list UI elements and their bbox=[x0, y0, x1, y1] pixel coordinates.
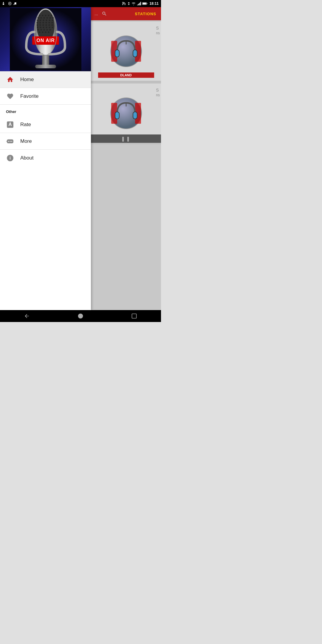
svg-point-45 bbox=[42, 24, 44, 26]
svg-point-21 bbox=[42, 15, 43, 16]
right-panel: ... STATIONS bbox=[91, 7, 161, 310]
menu-item-rate[interactable]: Rate bbox=[0, 116, 91, 133]
svg-point-53 bbox=[49, 27, 50, 28]
svg-point-20 bbox=[39, 15, 40, 16]
more-icon-container bbox=[6, 137, 14, 145]
svg-point-42 bbox=[51, 22, 53, 23]
svg-point-31 bbox=[37, 19, 38, 21]
svg-point-30 bbox=[52, 17, 54, 18]
clock: 18:11 bbox=[149, 1, 159, 6]
svg-point-59 bbox=[49, 29, 51, 30]
svg-rect-14 bbox=[143, 3, 146, 4]
svg-point-56 bbox=[40, 29, 42, 30]
pause-icon: ❚❚ bbox=[121, 136, 131, 142]
bottom-navigation bbox=[0, 310, 161, 322]
station-card-2[interactable]: DLAND Sns ❚❚ bbox=[91, 83, 161, 143]
svg-point-43 bbox=[36, 24, 38, 26]
back-icon bbox=[24, 313, 30, 319]
svg-rect-16 bbox=[42, 54, 49, 66]
station-logo-1 bbox=[110, 35, 143, 68]
svg-point-25 bbox=[37, 17, 39, 18]
svg-point-28 bbox=[46, 17, 48, 18]
svg-point-62 bbox=[45, 31, 46, 33]
svg-point-40 bbox=[45, 22, 47, 23]
station-card-1[interactable]: DLAND Sns bbox=[91, 21, 161, 81]
svg-point-52 bbox=[46, 27, 47, 28]
info-icon: i bbox=[6, 154, 14, 162]
recents-button[interactable] bbox=[130, 312, 139, 321]
station-text-1: Sns bbox=[155, 24, 161, 36]
data-icon bbox=[127, 1, 130, 6]
svg-rect-7 bbox=[122, 4, 124, 4]
rate-icon bbox=[6, 121, 14, 129]
navigation-drawer: ON AIR Home bbox=[0, 7, 91, 310]
person-icon bbox=[2, 1, 7, 6]
svg-point-50 bbox=[40, 27, 41, 28]
about-label: About bbox=[20, 155, 33, 161]
svg-rect-87 bbox=[133, 112, 137, 119]
home-icon bbox=[7, 76, 14, 83]
svg-point-23 bbox=[48, 15, 49, 16]
station-logo-2 bbox=[110, 97, 143, 130]
cast-icon bbox=[122, 1, 126, 6]
svg-rect-80 bbox=[115, 50, 119, 57]
wifi-icon bbox=[131, 1, 136, 6]
station-text-2: Sns bbox=[155, 86, 161, 98]
main-wrapper: ON AIR Home bbox=[0, 7, 161, 310]
camera-icon bbox=[8, 1, 12, 6]
stations-title: STATIONS bbox=[111, 12, 157, 16]
svg-point-44 bbox=[39, 24, 41, 26]
favorite-icon-container bbox=[6, 92, 14, 100]
svg-point-61 bbox=[42, 31, 43, 33]
svg-point-33 bbox=[43, 19, 44, 21]
svg-point-24 bbox=[51, 15, 52, 16]
search-icon[interactable] bbox=[102, 11, 107, 16]
status-bar: 18:11 bbox=[0, 0, 161, 7]
svg-rect-81 bbox=[133, 50, 137, 57]
status-icons-right: 18:11 bbox=[122, 1, 159, 6]
svg-point-49 bbox=[37, 27, 38, 28]
more-icon bbox=[6, 137, 14, 145]
right-header: ... STATIONS bbox=[91, 7, 161, 20]
header-dots: ... bbox=[95, 11, 98, 16]
svg-point-34 bbox=[46, 19, 47, 21]
svg-point-37 bbox=[36, 22, 38, 23]
svg-point-5 bbox=[16, 4, 16, 5]
rate-label: Rate bbox=[20, 122, 31, 128]
other-section-header: Other bbox=[0, 105, 91, 116]
back-button[interactable] bbox=[22, 312, 31, 321]
menu-item-about[interactable]: i About bbox=[0, 150, 91, 166]
svg-point-89 bbox=[78, 314, 83, 319]
right-empty-space bbox=[91, 144, 161, 310]
svg-point-60 bbox=[39, 31, 40, 33]
svg-rect-8 bbox=[137, 5, 138, 5]
svg-rect-90 bbox=[132, 314, 137, 318]
play-bar[interactable]: ❚❚ bbox=[91, 134, 161, 143]
svg-point-38 bbox=[39, 22, 41, 23]
menu-item-home[interactable]: Home bbox=[0, 71, 91, 88]
home-label: Home bbox=[20, 77, 34, 83]
svg-rect-86 bbox=[115, 112, 119, 119]
drawer-header: ON AIR bbox=[0, 7, 91, 71]
battery-icon bbox=[142, 2, 148, 5]
svg-point-63 bbox=[48, 31, 49, 33]
music-icon bbox=[13, 1, 17, 6]
menu-item-favorite[interactable]: Favorite bbox=[0, 88, 91, 105]
home-button[interactable] bbox=[76, 312, 85, 321]
status-icons-left bbox=[2, 1, 17, 6]
microphone-svg: ON AIR bbox=[10, 8, 81, 71]
svg-point-71 bbox=[8, 141, 9, 142]
svg-point-39 bbox=[42, 22, 44, 23]
signal-icon bbox=[137, 1, 141, 6]
recents-icon bbox=[131, 313, 137, 319]
heart-icon bbox=[7, 93, 14, 100]
svg-text:i: i bbox=[10, 156, 11, 160]
menu-item-more[interactable]: More bbox=[0, 133, 91, 150]
station-label-1: DLAND bbox=[98, 72, 154, 78]
rate-icon-container bbox=[6, 120, 14, 129]
svg-marker-74 bbox=[6, 140, 7, 142]
svg-point-32 bbox=[40, 19, 41, 21]
svg-point-41 bbox=[48, 22, 50, 23]
svg-point-58 bbox=[46, 29, 48, 30]
svg-point-51 bbox=[43, 27, 44, 28]
